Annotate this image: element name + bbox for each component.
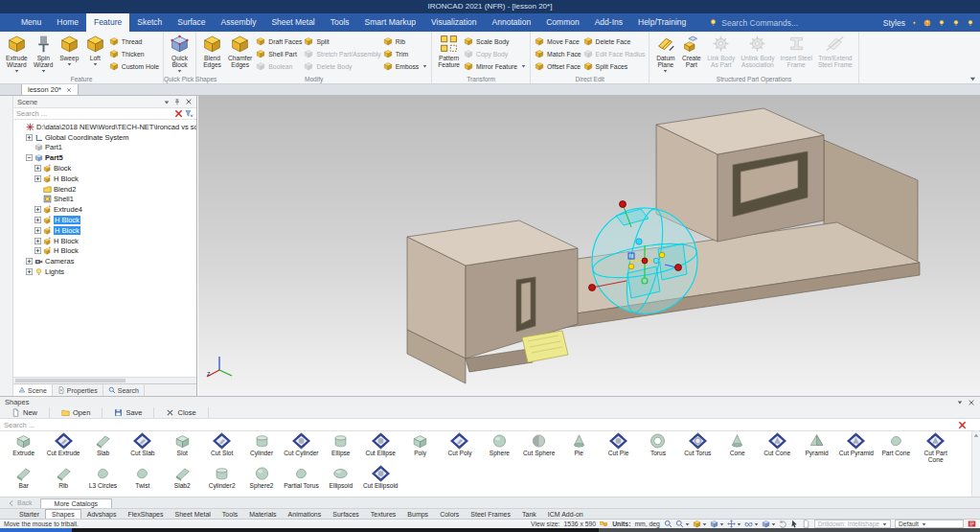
visibility-icon[interactable] bbox=[744, 520, 753, 528]
delete-face-button[interactable]: Delete Face bbox=[583, 35, 646, 47]
status-tool[interactable] bbox=[744, 520, 759, 528]
shape-item[interactable]: Bar bbox=[4, 465, 43, 490]
scene-search-input[interactable]: Search ... bbox=[13, 108, 196, 120]
tree-expander-icon[interactable] bbox=[26, 134, 33, 141]
offset-face-button[interactable]: Offset Face bbox=[535, 60, 581, 72]
clear-search-icon[interactable] bbox=[958, 421, 967, 429]
tree-item[interactable]: Part1 bbox=[13, 143, 196, 153]
shape-item[interactable]: Cone bbox=[718, 432, 757, 464]
caret-down-icon[interactable] bbox=[771, 522, 776, 526]
shape-item[interactable]: Torus bbox=[638, 432, 677, 464]
tree-expander-icon[interactable] bbox=[34, 186, 41, 193]
close-icon[interactable] bbox=[967, 19, 974, 27]
datum-plane-button[interactable]: Datum Plane bbox=[653, 34, 677, 73]
catalog-tab[interactable]: Materials bbox=[243, 509, 282, 519]
move-face-button[interactable]: Move Face bbox=[535, 35, 581, 47]
scroll-up-icon[interactable] bbox=[973, 433, 979, 438]
pattern-feature-button[interactable]: Pattern Feature bbox=[436, 34, 462, 68]
configuration-select[interactable]: Default bbox=[895, 520, 964, 528]
catalog-scrollbar[interactable] bbox=[971, 431, 980, 497]
filter-icon[interactable] bbox=[185, 109, 194, 118]
shape-item[interactable]: Cut Pyramid bbox=[836, 432, 876, 464]
close-panel-icon[interactable] bbox=[185, 98, 193, 105]
trim-extend-steel-frame-button[interactable]: Trim/Extend Steel Frame bbox=[816, 34, 855, 68]
catalog-tab[interactable]: Colors bbox=[434, 509, 465, 519]
create-part-button[interactable]: Create Part bbox=[679, 34, 703, 68]
panel-menu-icon[interactable] bbox=[957, 400, 963, 405]
styles-button[interactable]: Styles bbox=[883, 18, 905, 28]
caret-down-icon[interactable] bbox=[702, 522, 707, 526]
tree-expander-icon[interactable] bbox=[26, 268, 33, 275]
link-body-as-part-button[interactable]: Link Body As Part bbox=[705, 34, 737, 68]
catalog-search-input[interactable]: Search ... bbox=[0, 419, 980, 431]
tree-expander-icon[interactable] bbox=[34, 238, 41, 244]
shape-item[interactable]: Cylinder bbox=[241, 432, 281, 464]
shape-item[interactable]: Cut Cone bbox=[757, 432, 796, 464]
menu-tab[interactable]: Assembly bbox=[214, 13, 264, 32]
panel-tab[interactable]: Scene bbox=[13, 384, 53, 396]
more-catalogs-button[interactable]: More Catalogs bbox=[40, 498, 113, 508]
shape-item[interactable]: Sphere2 bbox=[241, 465, 281, 490]
quick-block-button[interactable]: Quick Block bbox=[168, 34, 192, 73]
panel-tab[interactable]: Search bbox=[103, 384, 145, 396]
thicken-button[interactable]: Thicken bbox=[109, 48, 159, 59]
sweep-button[interactable]: Sweep bbox=[57, 34, 81, 66]
tree-item[interactable]: Lights bbox=[13, 266, 196, 277]
rib-button[interactable]: Rib bbox=[383, 35, 428, 47]
copy-body-button[interactable]: Copy Body bbox=[464, 48, 526, 59]
scene-cube-icon[interactable] bbox=[762, 520, 770, 528]
shape-item[interactable]: Slab2 bbox=[163, 465, 202, 490]
chamfer-edges-button[interactable]: Chamfer Edges bbox=[226, 34, 254, 68]
split-button[interactable]: Split bbox=[304, 35, 380, 47]
catalog-tab[interactable]: FlexShapes bbox=[123, 509, 170, 519]
shape-item[interactable]: Cut Ellipse bbox=[361, 432, 400, 464]
menu-tab[interactable]: Surface bbox=[170, 13, 213, 32]
shape-item[interactable]: L3 Circles bbox=[83, 465, 123, 490]
shape-item[interactable]: Cut Slab bbox=[123, 432, 162, 464]
catalog-toolbar-button[interactable]: Open bbox=[50, 407, 103, 418]
shape-item[interactable]: Slot bbox=[163, 432, 202, 464]
edit-face-radius-button[interactable]: Edit Face Radius bbox=[583, 48, 646, 59]
tree-item[interactable]: Extrude4 bbox=[13, 204, 196, 215]
shape-item[interactable]: Cut Poly bbox=[440, 432, 479, 464]
shape-item[interactable]: Extrude bbox=[4, 432, 43, 464]
tree-item[interactable]: Shell1 bbox=[13, 195, 196, 205]
stretch-part-assembly-button[interactable]: Stretch Part/Assembly bbox=[304, 48, 380, 59]
boolean-button[interactable]: Boolean bbox=[256, 60, 302, 72]
units-value[interactable]: mm, deg bbox=[634, 520, 659, 527]
caret-down-icon[interactable] bbox=[912, 21, 917, 25]
minimize-icon[interactable] bbox=[938, 19, 946, 27]
catalog-tab[interactable]: Sheet Metal bbox=[169, 509, 216, 519]
unlink-body-association-button[interactable]: Unlink Body Association bbox=[739, 34, 776, 68]
menu-tab[interactable]: Home bbox=[49, 13, 86, 32]
scale-body-button[interactable]: Scale Body bbox=[464, 35, 526, 47]
catalog-tab[interactable]: Animations bbox=[283, 509, 328, 519]
catalog-toolbar-button[interactable]: Close bbox=[154, 407, 208, 418]
tree-item[interactable]: Global Coordinate System bbox=[13, 132, 196, 143]
menu-tab[interactable]: Sketch bbox=[129, 13, 170, 32]
status-tool[interactable] bbox=[802, 520, 810, 528]
panel-tab[interactable]: Properties bbox=[53, 384, 103, 396]
menu-tab[interactable]: Smart Markup bbox=[357, 13, 423, 32]
menu-tab[interactable]: Annotation bbox=[485, 13, 539, 32]
split-faces-button[interactable]: Split Faces bbox=[583, 60, 646, 72]
attach-doc-icon[interactable] bbox=[802, 520, 810, 528]
shape-item[interactable]: Pie bbox=[558, 432, 598, 464]
extrude-wizard-button[interactable]: Extrude Wizard bbox=[4, 34, 30, 73]
tree-expander-icon[interactable] bbox=[26, 258, 33, 265]
tree-expander-icon[interactable] bbox=[26, 154, 33, 161]
custom-hole-button[interactable]: Custom Hole bbox=[109, 60, 159, 72]
pin-icon[interactable] bbox=[173, 98, 181, 105]
shape-item[interactable]: Ellipse bbox=[321, 432, 360, 464]
shape-item[interactable]: Cylinder2 bbox=[202, 465, 241, 490]
insert-steel-frame-button[interactable]: Insert Steel Frame bbox=[779, 34, 814, 68]
menu-tab[interactable]: Common bbox=[538, 13, 586, 32]
menu-tab[interactable]: Tools bbox=[323, 13, 357, 32]
catalog-tab[interactable]: Shapes bbox=[45, 509, 81, 519]
status-tool[interactable] bbox=[664, 520, 672, 528]
tree-item[interactable]: Blend2 bbox=[13, 184, 196, 195]
shape-item[interactable]: Cut Ellipsoid bbox=[361, 465, 400, 490]
shape-item[interactable]: Poly bbox=[400, 432, 440, 464]
tree-expander-icon[interactable] bbox=[17, 124, 24, 130]
draft-faces-button[interactable]: Draft Faces bbox=[256, 35, 302, 47]
